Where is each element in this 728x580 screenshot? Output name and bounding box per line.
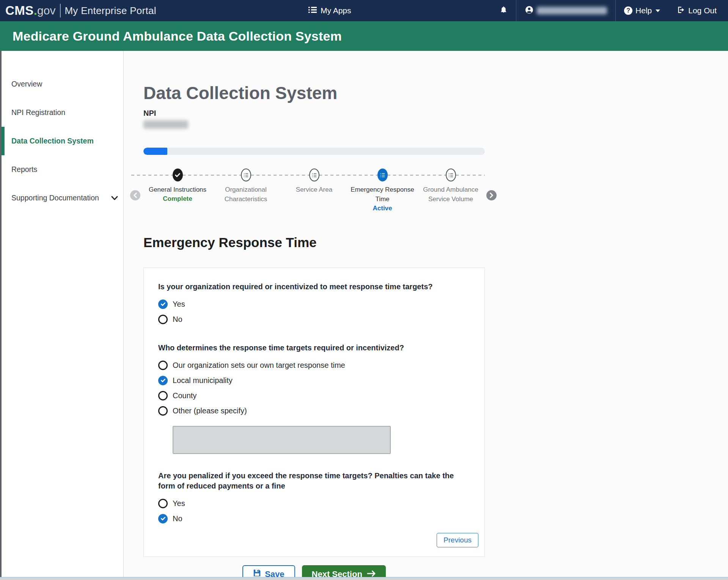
section-stepper: General Instructions Complete Organizati… — [143, 169, 485, 212]
step-label: Service Area — [296, 185, 332, 194]
bell-icon — [500, 5, 508, 16]
sidebar-item-label: Reports — [11, 165, 37, 174]
other-specify-textarea[interactable] — [173, 426, 391, 454]
step-complete-check-icon[interactable] — [173, 169, 183, 181]
notifications-button[interactable] — [491, 0, 516, 21]
sidebar-item-label: Supporting Documentation — [11, 194, 99, 202]
step-status: Active — [373, 205, 392, 212]
step-list-icon[interactable] — [446, 169, 456, 181]
question-2-text: Who determines the response time targets… — [158, 343, 465, 353]
sidebar-item-label: Data Collection System — [11, 137, 94, 145]
sidebar-item-overview[interactable]: Overview — [2, 70, 123, 98]
npi-label: NPI — [143, 109, 485, 118]
progress-fill — [143, 148, 167, 155]
top-nav-bar: CMS . gov My Enterprise Portal My Apps — [0, 0, 728, 21]
sidebar-item-reports[interactable]: Reports — [2, 155, 123, 184]
my-apps-button[interactable]: My Apps — [308, 0, 351, 21]
previous-button[interactable]: Previous — [437, 533, 478, 547]
stepper-prev-arrow[interactable] — [130, 190, 140, 200]
sidebar-item-npi-registration[interactable]: NPI Registration — [2, 98, 123, 127]
radio-option-no[interactable]: No — [158, 511, 469, 526]
radio-label: Yes — [173, 300, 185, 309]
section-title: Emergency Response Time — [143, 235, 485, 250]
user-name-redacted — [537, 7, 607, 14]
question-1-options: Yes No — [158, 296, 469, 327]
sidebar-item-data-collection-system[interactable]: Data Collection System — [2, 127, 123, 155]
chevron-down-icon — [111, 194, 118, 202]
radio-option-own-organization[interactable]: Our organization sets our own target res… — [158, 358, 469, 373]
step-general-instructions: General Instructions Complete — [143, 169, 212, 212]
radio-label: Local municipality — [173, 376, 233, 385]
radio-label: Other (please specify) — [173, 407, 247, 415]
page: CMS . gov My Enterprise Portal My Apps — [0, 0, 728, 580]
step-organizational-characteristics: Organizational Characteristics — [212, 169, 280, 212]
bottom-scrollbar-track[interactable] — [0, 577, 728, 580]
step-status: Complete — [163, 195, 192, 203]
chevron-down-icon — [656, 9, 660, 12]
radio-option-no[interactable]: No — [158, 312, 469, 327]
main-content: Data Collection System NPI — [124, 51, 728, 580]
radio-label: No — [173, 315, 182, 324]
cms-logo-gov: gov — [37, 4, 55, 17]
step-service-area: Service Area — [280, 169, 348, 212]
step-emergency-response-time: Emergency Response Time Active — [348, 169, 417, 212]
step-label: Emergency Response Time — [349, 185, 416, 204]
logout-label: Log Out — [688, 6, 717, 15]
step-label: General Instructions — [149, 185, 206, 194]
radio-label: No — [173, 514, 182, 523]
radio-option-yes[interactable]: Yes — [158, 296, 469, 312]
my-apps-label: My Apps — [321, 6, 351, 15]
radio-label: Our organization sets our own target res… — [173, 361, 345, 370]
body: Overview NPI Registration Data Collectio… — [0, 51, 728, 580]
radio-option-county[interactable]: County — [158, 388, 469, 403]
radio-unchecked-icon[interactable] — [158, 391, 168, 400]
radio-unchecked-icon[interactable] — [158, 361, 168, 370]
npi-value-redacted — [143, 120, 188, 129]
step-list-icon-active[interactable] — [377, 169, 388, 181]
radio-unchecked-icon[interactable] — [158, 499, 168, 508]
radio-checked-icon[interactable] — [158, 514, 168, 523]
logout-button[interactable]: Log Out — [668, 0, 728, 21]
sidebar-item-label: NPI Registration — [11, 108, 65, 117]
radio-unchecked-icon[interactable] — [158, 406, 168, 416]
help-menu[interactable]: ? Help — [616, 0, 668, 21]
radio-label: Yes — [173, 499, 185, 508]
question-3-text: Are you penalized if you exceed the resp… — [158, 471, 465, 491]
stepper-next-arrow[interactable] — [486, 190, 497, 200]
list-icon — [308, 6, 317, 15]
page-title: Data Collection System — [143, 83, 485, 104]
user-icon — [525, 5, 534, 16]
step-label: Ground Ambulance Service Volume — [417, 185, 484, 204]
help-label: Help — [635, 6, 652, 15]
radio-checked-icon[interactable] — [158, 376, 168, 385]
app-title: Medicare Ground Ambulance Data Collectio… — [13, 29, 342, 44]
card-footer: Previous — [158, 533, 478, 547]
sidebar-item-label: Overview — [11, 80, 42, 88]
question-card: Is your organization required or incenti… — [143, 268, 485, 557]
app-banner: Medicare Ground Ambulance Data Collectio… — [0, 21, 728, 51]
question-3-options: Yes No — [158, 496, 469, 526]
question-1-text: Is your organization required or incenti… — [158, 282, 465, 292]
top-right-nav: ? Help Log Out — [491, 0, 728, 21]
progress-bar — [143, 148, 485, 155]
radio-option-yes[interactable]: Yes — [158, 496, 469, 511]
radio-option-local-municipality[interactable]: Local municipality — [158, 373, 469, 388]
user-menu[interactable] — [516, 0, 615, 21]
radio-label: County — [173, 391, 197, 400]
radio-option-other[interactable]: Other (please specify) — [158, 403, 469, 418]
cms-logo-cms: CMS — [5, 3, 34, 18]
help-icon: ? — [624, 6, 632, 15]
portal-name: My Enterprise Portal — [64, 5, 156, 17]
step-list-icon[interactable] — [241, 169, 251, 181]
step-label: Organizational Characteristics — [212, 185, 279, 204]
radio-unchecked-icon[interactable] — [158, 315, 168, 324]
step-list-icon[interactable] — [309, 169, 319, 181]
sidebar-item-supporting-documentation[interactable]: Supporting Documentation — [2, 184, 123, 212]
radio-checked-icon[interactable] — [158, 299, 168, 309]
step-ground-ambulance-service-volume: Ground Ambulance Service Volume — [417, 169, 485, 212]
logout-icon — [677, 6, 685, 16]
cms-logo-dot: . — [34, 3, 37, 18]
cms-logo[interactable]: CMS . gov My Enterprise Portal — [0, 3, 156, 18]
brand-divider — [60, 4, 61, 17]
question-2-options: Our organization sets our own target res… — [158, 358, 469, 454]
